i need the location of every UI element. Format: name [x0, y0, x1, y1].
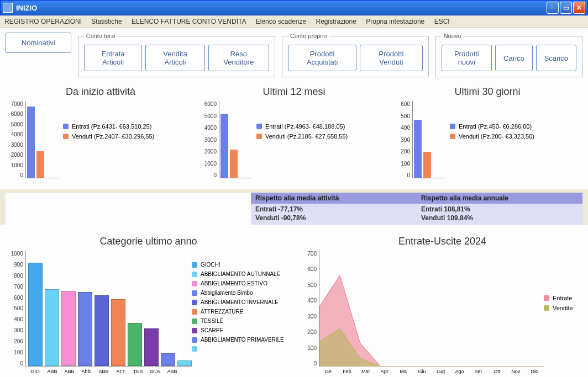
bar: [111, 299, 125, 366]
chart-entrate-uscite: Entrate-Uscite 2024 70060050040030020010…: [302, 236, 582, 377]
bar: [95, 295, 109, 366]
scarico-button[interactable]: Scarico: [536, 45, 576, 71]
legend-item: TESSILE: [192, 318, 291, 324]
bottom-charts-row: Categorie ultimo anno 100090080070060050…: [0, 225, 588, 377]
bar: [27, 107, 35, 178]
menu-bar: REGISTRO OPERAZIONI Statistiche ELENCO F…: [0, 15, 588, 28]
chart-ultimi-30-giorni: Ultimi 30 giorni 6005004003002001000Entr…: [392, 86, 582, 189]
legend-item: GIOCHI: [192, 262, 291, 268]
prodotti-acquistati-button[interactable]: Prodotti Acquistati: [288, 45, 356, 71]
legend-item: Entrate: [544, 295, 582, 301]
bar: [423, 152, 431, 178]
bar: [221, 114, 228, 178]
stats-media-annuale: Rispetto alla media annuale Entrati 108,…: [417, 193, 582, 225]
menu-esci[interactable]: ESCI: [434, 18, 450, 25]
bar: [36, 151, 44, 178]
chart-title: Ultimi 12 mesi: [199, 86, 389, 98]
chart-title: Entrate-Uscite 2024: [302, 236, 582, 247]
prodotti-venduti-button[interactable]: Prodotti Venduti: [360, 45, 422, 71]
chart-inizio-attivita: Da inizio attività 700060005000400030002…: [6, 86, 196, 189]
top-charts-row: Da inizio attività 700060005000400030002…: [0, 84, 588, 189]
bar: [28, 263, 43, 366]
bar: [230, 150, 238, 178]
stats-tables: Rispetto alla media attività Entrati -77…: [6, 193, 582, 225]
legend-nuovo: Nuovo: [442, 33, 464, 39]
stats-entrati: Entrati 108,81%: [421, 205, 578, 213]
close-button[interactable]: ✕: [573, 2, 585, 14]
legend-item: ABBIGLIAMENTO INVERNALE: [192, 299, 291, 305]
window-titlebar: INIZIO ─ ▭ ✕: [0, 0, 588, 15]
app-icon: [3, 3, 13, 13]
legend-item: ATTREZZATURE: [192, 309, 291, 315]
area-legend: EntrateVendite: [544, 251, 582, 377]
stats-venduti: Venduti 109,84%: [421, 214, 578, 222]
stats-media-attivita: Rispetto alla media attività Entrati -77…: [251, 193, 417, 225]
chart-categorie: Categorie ultimo anno 100090080070060050…: [6, 236, 291, 377]
legend-item: Entrati (Pz.450- €6.286,00): [450, 123, 580, 130]
group-conto-terzi: Conto terzi Entrata Articoli Vendita Art…: [78, 33, 275, 77]
reso-venditore-button[interactable]: Reso Venditore: [208, 45, 269, 71]
stats-header: Rispetto alla media annuale: [417, 193, 582, 204]
legend-item: Vendite: [544, 305, 582, 311]
legend-item: Entrati (Pz.6431- €63.510,25): [63, 123, 193, 130]
bar: [61, 291, 76, 367]
bar: [45, 289, 59, 366]
carico-button[interactable]: Carico: [495, 45, 533, 71]
legend-item: ABBIGLIAMENTO ESTIVO: [192, 280, 291, 286]
legend-item: Entrati (Pz.4963- €48.188,05): [256, 123, 387, 130]
legend-item: Venduti (Pz.2185- €27.658,55): [256, 133, 387, 140]
legend-conto-proprio: Conto proprio: [288, 33, 329, 39]
menu-propria-intestazione[interactable]: Propria intestazione: [366, 18, 424, 25]
bar: [144, 328, 159, 366]
maximize-button[interactable]: ▭: [560, 2, 572, 14]
categories-legend: GIOCHIABBIGLIAMENTO AUTUNNALEABBIGLIAMEN…: [192, 251, 291, 377]
stats-venduti: Venduti -90,78%: [255, 214, 412, 222]
legend-item: SCARPE: [192, 327, 291, 333]
vendita-articoli-button[interactable]: Vendita Articoli: [145, 45, 204, 71]
chart-title: Ultimi 30 giorni: [392, 86, 582, 98]
chart-title: Da inizio attività: [6, 86, 196, 98]
menu-statistiche[interactable]: Statistiche: [91, 18, 122, 25]
legend-item: ABBIGLIAMENTO AUTUNNALE: [192, 271, 291, 277]
chart-title: Categorie ultimo anno: [6, 236, 291, 247]
bar: [78, 292, 92, 366]
menu-elenco-scadenze[interactable]: Elenco scadenze: [256, 18, 306, 25]
prodotti-nuovi-button[interactable]: Prodotti nuovi: [442, 45, 492, 71]
stats-entrati: Entrati -77,17%: [255, 205, 412, 213]
legend-item: ABBIGLIAMENTO PRIMAVERILE: [192, 337, 291, 343]
bar: [177, 360, 192, 366]
stats-header: Rispetto alla media attività: [251, 193, 417, 204]
legend-item: Abbigliamento Bimbo: [192, 290, 291, 296]
legend-item: [192, 346, 291, 352]
bar: [414, 120, 422, 178]
toolbar: Nominativi Conto terzi Entrata Articoli …: [0, 28, 588, 84]
legend-item: Venduti (Pz.200- €3.323,50): [450, 133, 580, 140]
menu-registro[interactable]: REGISTRO OPERAZIONI: [4, 18, 82, 25]
window-title: INIZIO: [16, 4, 37, 12]
group-conto-proprio: Conto proprio Prodotti Acquistati Prodot…: [282, 33, 429, 77]
menu-elenco-fatture[interactable]: ELENCO FATTURE CONTO VENDITA: [132, 18, 246, 25]
group-nuovo: Nuovo Prodotti nuovi Carico Scarico: [435, 33, 582, 77]
menu-registrazione[interactable]: Registrazione: [316, 18, 356, 25]
entrata-articoli-button[interactable]: Entrata Articoli: [84, 45, 143, 71]
bar: [128, 323, 142, 366]
nominativi-button[interactable]: Nominativi: [6, 33, 71, 53]
legend-item: Venduti (Pz.2407- €30.296,55): [63, 133, 193, 140]
minimize-button[interactable]: ─: [547, 2, 559, 14]
legend-conto-terzi: Conto terzi: [84, 33, 118, 39]
chart-ultimi-12-mesi: Ultimi 12 mesi 6000500040003000200010000…: [199, 86, 389, 189]
bar: [161, 353, 175, 366]
